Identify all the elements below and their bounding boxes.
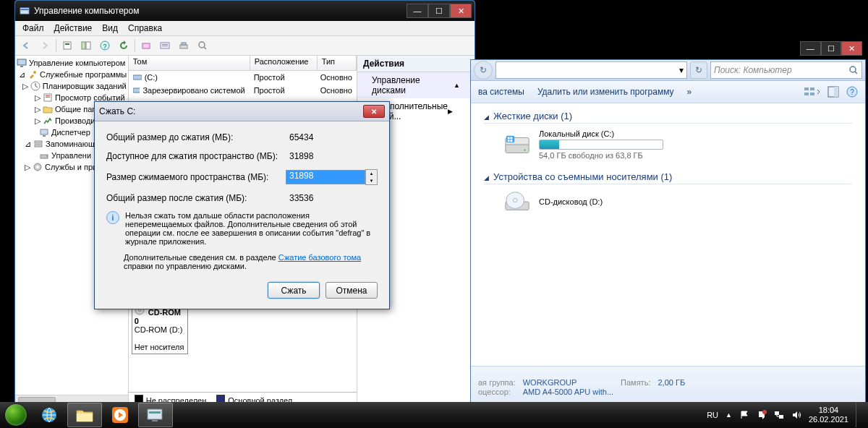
explorer-body[interactable]: ◢Жесткие диски (1) Локальный диск (C:) 5… <box>471 103 865 364</box>
taskbar-media-player-icon[interactable] <box>103 403 137 427</box>
help-icon[interactable]: ? <box>97 38 113 54</box>
svg-rect-0 <box>20 8 29 14</box>
cmd-more[interactable]: » <box>687 87 692 97</box>
close-button[interactable]: ✕ <box>450 4 472 18</box>
actions-group[interactable]: Управление дисками▲ <box>357 72 475 98</box>
svg-rect-21 <box>46 95 50 96</box>
refresh-icon[interactable] <box>116 38 132 54</box>
svg-rect-26 <box>35 145 42 147</box>
explorer-close-button[interactable]: ✕ <box>841 41 862 56</box>
address-bar[interactable]: ▾ <box>495 61 687 79</box>
view-options-icon[interactable] <box>804 86 820 98</box>
extra-icon-1[interactable] <box>138 38 154 54</box>
tray-network-icon[interactable] <box>774 410 784 420</box>
show-hide-tree-icon[interactable] <box>78 38 94 54</box>
tree-perf[interactable]: Производи <box>55 116 95 125</box>
fwd-icon[interactable] <box>37 38 53 54</box>
system-tray[interactable]: RU ▲ 18:04 26.02.2021 <box>701 403 868 427</box>
tray-flag-icon[interactable] <box>739 410 749 420</box>
volume-row-c[interactable]: (C:) Простой Основно <box>129 71 357 84</box>
menu-help[interactable]: Справка <box>124 22 166 35</box>
search-icon <box>848 65 859 75</box>
col-type[interactable]: Тип <box>318 56 357 70</box>
taskbar[interactable]: RU ▲ 18:04 26.02.2021 <box>0 402 868 428</box>
tree-root[interactable]: Управление компьютером (л <box>29 59 129 67</box>
col-layout[interactable]: Расположение <box>250 56 318 70</box>
details-memory-value: 2,00 ГБ <box>658 378 685 387</box>
svg-rect-10 <box>162 44 168 45</box>
tree-shared[interactable]: Общие пап <box>55 105 96 114</box>
col-name[interactable]: Том <box>129 56 250 70</box>
cmd-system-properties[interactable]: ва системы <box>478 87 524 97</box>
drive-c-usage-bar <box>539 140 663 150</box>
extra-icon-4[interactable] <box>195 38 210 54</box>
tray-date: 26.02.2021 <box>809 415 848 424</box>
drive-c-item[interactable]: Локальный диск (C:) 54,0 ГБ свободно из … <box>504 129 852 160</box>
explorer-titlebar[interactable]: — ☐ ✕ <box>797 41 865 56</box>
tray-show-hidden-icon[interactable]: ▲ <box>726 411 732 419</box>
disk-graphical-pane[interactable]: CD-ROM 0 CD-ROM (D:) Нет носителя <box>129 299 357 392</box>
tree-services[interactable]: Службы и при <box>45 163 97 171</box>
go-button[interactable]: ↻ <box>690 61 707 79</box>
taskbar-mgmt-icon[interactable] <box>138 403 173 427</box>
maximize-button[interactable]: ☐ <box>428 4 450 18</box>
svg-rect-62 <box>149 411 161 414</box>
start-button[interactable] <box>0 402 32 428</box>
tray-volume-icon[interactable] <box>791 410 801 420</box>
properties-icon[interactable] <box>59 38 75 54</box>
mgmt-icon <box>20 6 30 16</box>
extra-icon-3[interactable] <box>176 38 192 54</box>
total-before-label: Общий размер до сжатия (МБ): <box>106 132 286 142</box>
total-after-label: Общий размер после сжатия (МБ): <box>106 193 286 203</box>
tray-lang[interactable]: RU <box>707 411 718 419</box>
dialog-titlebar[interactable]: Сжать C: ✕ <box>95 102 389 121</box>
taskbar-explorer-icon[interactable] <box>67 403 102 427</box>
svg-rect-2 <box>64 42 71 49</box>
menu-file[interactable]: Файл <box>18 22 48 35</box>
list-header[interactable]: Том Расположение Тип <box>129 56 357 71</box>
help-icon[interactable]: ? <box>846 86 858 98</box>
device-mgr-icon <box>39 127 49 137</box>
tree-diskm[interactable]: Управлени <box>51 151 91 160</box>
volume-row-sys[interactable]: Зарезервировано системой Простой Основно <box>129 84 357 97</box>
shrink-help-link[interactable]: Сжатие базового тома <box>278 253 361 262</box>
tree-tools[interactable]: Служебные программы <box>40 70 127 79</box>
tray-action-center-icon[interactable] <box>757 410 767 420</box>
svg-point-18 <box>33 71 36 74</box>
total-after-value: 33536 <box>286 192 378 204</box>
menu-action[interactable]: Действие <box>50 22 97 35</box>
tree-storage[interactable]: Запоминающ <box>46 140 95 148</box>
explorer-min-button[interactable]: — <box>800 41 821 56</box>
vol-c-type: Основно <box>316 73 357 82</box>
extra-icon-2[interactable] <box>157 38 173 54</box>
minimize-button[interactable]: — <box>407 4 428 18</box>
mgmt-titlebar[interactable]: Управление компьютером — ☐ ✕ <box>15 1 475 21</box>
cmd-uninstall-program[interactable]: Удалить или изменить программу <box>537 87 674 97</box>
svg-rect-25 <box>35 141 42 143</box>
tree-sched[interactable]: Планировщик заданий <box>43 82 127 90</box>
preview-pane-icon[interactable] <box>827 86 839 98</box>
tray-clock[interactable]: 18:04 26.02.2021 <box>809 406 848 424</box>
svg-text:?: ? <box>103 43 106 50</box>
svg-rect-39 <box>804 93 809 95</box>
search-input[interactable]: Поиск: Компьютер <box>710 61 862 79</box>
taskbar-ie-icon[interactable] <box>33 403 66 427</box>
dialog-close-button[interactable]: ✕ <box>363 105 385 118</box>
svg-rect-52 <box>511 140 513 142</box>
svg-rect-40 <box>810 93 814 95</box>
cancel-button[interactable]: Отмена <box>326 282 378 299</box>
menu-view[interactable]: Вид <box>98 22 122 35</box>
back-icon[interactable] <box>18 38 34 54</box>
show-desktop-button[interactable] <box>856 403 862 427</box>
explorer-max-button[interactable]: ☐ <box>821 41 842 56</box>
drive-d-item[interactable]: CD-дисковод (D:) <box>504 190 852 213</box>
tree-devmgr[interactable]: Диспетчер <box>51 128 90 137</box>
shrink-button[interactable]: Сжать <box>268 282 320 299</box>
shrink-amount-spinner[interactable]: ▲▼ <box>365 169 378 185</box>
svg-rect-61 <box>152 420 158 421</box>
vol-c-name: (C:) <box>145 73 158 82</box>
tray-time: 18:04 <box>809 406 848 415</box>
reload-button[interactable]: ↻ <box>474 61 493 80</box>
search-placeholder: Поиск: Компьютер <box>714 65 792 75</box>
shrink-amount-input[interactable]: 31898 <box>286 170 365 184</box>
